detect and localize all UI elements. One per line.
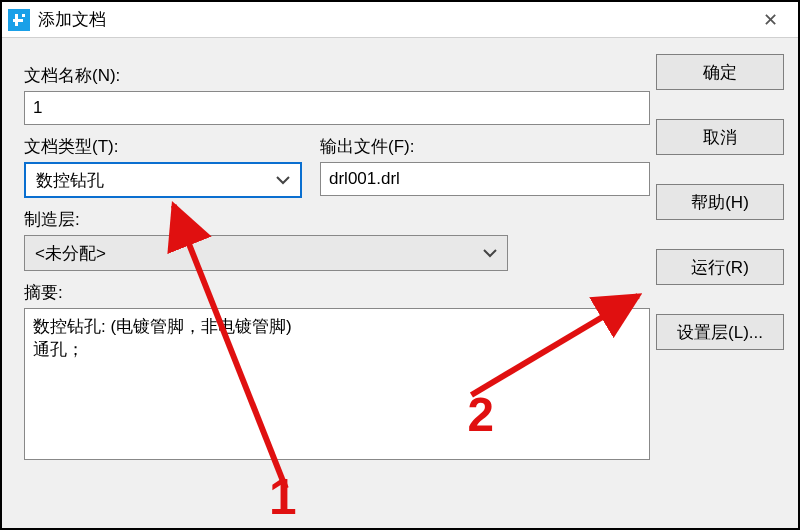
mfg-layer-value: <未分配>	[35, 242, 477, 265]
button-column: 确定 取消 帮助(H) 运行(R) 设置层(L)...	[656, 50, 788, 516]
app-icon	[8, 9, 30, 31]
ok-button[interactable]: 确定	[656, 54, 784, 90]
titlebar: 添加文档 ✕	[2, 2, 798, 38]
chevron-down-icon	[477, 236, 503, 270]
doc-name-input[interactable]	[24, 91, 650, 125]
mfg-layer-select[interactable]: <未分配>	[24, 235, 508, 271]
summary-text[interactable]	[24, 308, 650, 460]
form-area: 文档名称(N): 文档类型(T): 数控钻孔 输出文件(F):	[12, 50, 656, 516]
chevron-down-icon	[270, 164, 296, 196]
doc-type-label: 文档类型(T):	[24, 135, 302, 158]
doc-type-select[interactable]: 数控钻孔	[24, 162, 302, 198]
output-file-input[interactable]	[320, 162, 650, 196]
mfg-layer-label: 制造层:	[24, 208, 650, 231]
dialog-window: 添加文档 ✕ 文档名称(N): 文档类型(T): 数控钻孔	[0, 0, 800, 530]
doc-name-label: 文档名称(N):	[24, 64, 650, 87]
summary-label: 摘要:	[24, 281, 650, 304]
run-button[interactable]: 运行(R)	[656, 249, 784, 285]
help-button[interactable]: 帮助(H)	[656, 184, 784, 220]
client-area: 文档名称(N): 文档类型(T): 数控钻孔 输出文件(F):	[4, 40, 796, 526]
doc-type-value: 数控钻孔	[36, 169, 270, 192]
window-title: 添加文档	[38, 8, 748, 31]
close-icon: ✕	[763, 9, 778, 31]
output-file-label: 输出文件(F):	[320, 135, 650, 158]
set-layers-button[interactable]: 设置层(L)...	[656, 314, 784, 350]
close-button[interactable]: ✕	[748, 2, 792, 37]
cancel-button[interactable]: 取消	[656, 119, 784, 155]
